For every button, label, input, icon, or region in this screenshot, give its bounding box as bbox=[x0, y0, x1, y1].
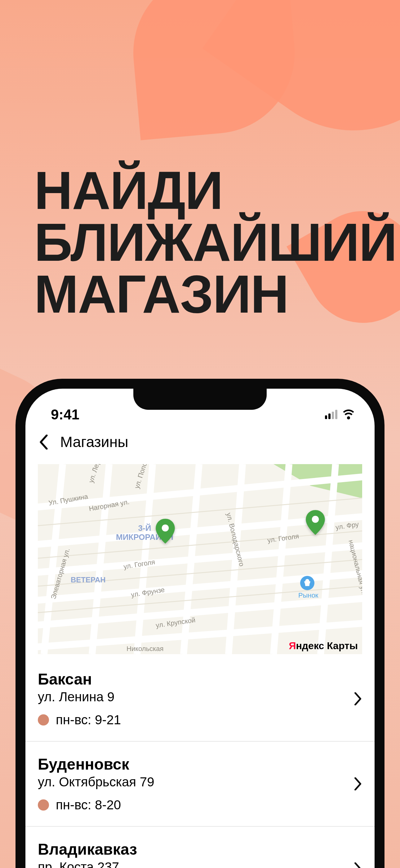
svg-point-2 bbox=[312, 516, 319, 523]
status-dot-icon bbox=[38, 714, 49, 725]
chevron-right-icon bbox=[354, 862, 362, 868]
store-hours: пн-вс: 8-20 bbox=[56, 798, 121, 812]
headline: НАЙДИ БЛИЖАЙШИЙ МАГАЗИН bbox=[34, 164, 381, 320]
map-pin[interactable] bbox=[156, 519, 175, 544]
store-row[interactable]: Баксан ул. Ленина 9 пн-вс: 9-21 bbox=[26, 657, 374, 742]
map-attribution: Яндекс Карты bbox=[289, 640, 358, 652]
cellular-signal-icon bbox=[325, 410, 337, 419]
chevron-right-icon bbox=[354, 692, 362, 705]
store-city: Буденновск bbox=[38, 755, 354, 773]
store-city: Владикавказ bbox=[38, 840, 354, 858]
chevron-left-icon bbox=[39, 435, 48, 450]
status-indicators bbox=[325, 409, 355, 420]
nav-bar: Магазины bbox=[26, 426, 374, 464]
svg-point-1 bbox=[162, 524, 169, 531]
store-city: Баксан bbox=[38, 670, 354, 688]
back-button[interactable] bbox=[39, 435, 48, 450]
promo-background: НАЙДИ БЛИЖАЙШИЙ МАГАЗИН 9:41 bbox=[0, 0, 400, 868]
store-hours: пн-вс: 9-21 bbox=[56, 712, 121, 727]
phone-notch bbox=[133, 389, 267, 410]
street-label: Никольская bbox=[127, 645, 163, 653]
nav-title: Магазины bbox=[60, 433, 128, 451]
map-area-label: ВЕТЕРАН bbox=[71, 576, 106, 584]
store-address: ул. Октябрьская 79 bbox=[38, 775, 354, 789]
chevron-right-icon bbox=[354, 777, 362, 790]
phone-screen: 9:41 Магазины bbox=[26, 389, 374, 868]
store-address: пр. Коста 237 bbox=[38, 860, 354, 868]
store-row[interactable]: Владикавказ пр. Коста 237 пн-вс: 9-21 bbox=[26, 827, 374, 868]
map-pin[interactable] bbox=[306, 510, 325, 535]
market-poi-label: Рынок bbox=[298, 591, 319, 599]
wifi-icon bbox=[342, 409, 355, 420]
status-time: 9:41 bbox=[51, 406, 79, 423]
store-address: ул. Ленина 9 bbox=[38, 689, 354, 704]
map-view[interactable]: 3-Й МИКРОРАЙОН ВЕТЕРАН ул. Лерм ул. Попо… bbox=[38, 464, 362, 654]
market-poi-icon[interactable] bbox=[300, 576, 314, 590]
status-dot-icon bbox=[38, 799, 49, 811]
store-list: Баксан ул. Ленина 9 пн-вс: 9-21 Буденнов… bbox=[26, 657, 374, 868]
store-row[interactable]: Буденновск ул. Октябрьская 79 пн-вс: 8-2… bbox=[26, 742, 374, 827]
phone-frame: 9:41 Магазины bbox=[15, 379, 385, 868]
decorative-leaf bbox=[127, 0, 301, 140]
